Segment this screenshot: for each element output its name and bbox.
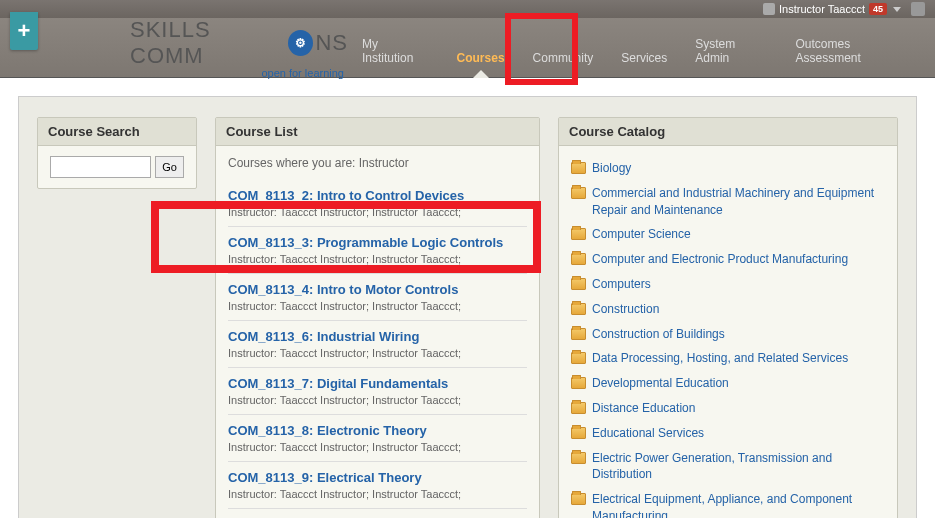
logo-text: SKILLS COMM ⚙ NS [130, 17, 348, 69]
folder-icon [571, 452, 586, 464]
course-meta: Instructor: Taaccct Instructor; Instruct… [228, 253, 527, 265]
logo-pre: SKILLS COMM [130, 17, 286, 69]
search-panel-title: Course Search [38, 118, 196, 146]
folder-icon [571, 328, 586, 340]
course-meta: Instructor: Taaccct Instructor; Instruct… [228, 300, 527, 312]
folder-icon [571, 377, 586, 389]
folder-icon [571, 427, 586, 439]
folder-icon [571, 162, 586, 174]
course-link[interactable]: COM_8113_6: Industrial Wiring [228, 329, 419, 344]
course-link[interactable]: COM_8113_7: Digital Fundamentals [228, 376, 448, 391]
course-list-intro: Courses where you are: Instructor [228, 156, 527, 170]
notification-badge: 45 [869, 3, 887, 15]
course-item: COM_8113_7: Digital FundamentalsInstruct… [228, 368, 527, 415]
add-button[interactable]: + [10, 12, 38, 50]
course-link[interactable]: COM_8113_2: Intro to Control Devices [228, 188, 464, 203]
course-meta: Instructor: Taaccct Instructor; Instruct… [228, 441, 527, 453]
folder-icon [571, 352, 586, 364]
folder-icon [571, 303, 586, 315]
catalog-link[interactable]: Commercial and Industrial Machinery and … [592, 185, 885, 219]
catalog-link[interactable]: Construction [592, 301, 659, 318]
catalog-item: Computer Science [571, 222, 885, 247]
course-item: COM_8113_2: Intro to Control DevicesInst… [228, 180, 527, 227]
course-meta: Instructor: Taaccct Instructor; Instruct… [228, 488, 527, 500]
catalog-item: Computer and Electronic Product Manufact… [571, 247, 885, 272]
course-item: CON_236_14: CAD 214-Introduction to Civi… [228, 509, 527, 518]
catalog-link[interactable]: Electrical Equipment, Appliance, and Com… [592, 491, 885, 518]
top-bar: Instructor Taaccct 45 [0, 0, 935, 18]
logout-icon[interactable] [911, 2, 925, 16]
content: Course Search Go Course List Courses whe… [18, 96, 917, 518]
folder-icon [571, 402, 586, 414]
main-nav: My Institution Courses Community Service… [348, 18, 935, 77]
nav-courses[interactable]: Courses [443, 51, 519, 77]
caret-down-icon [893, 7, 901, 12]
catalog-link[interactable]: Computer and Electronic Product Manufact… [592, 251, 848, 268]
catalog-item: Electrical Equipment, Appliance, and Com… [571, 487, 885, 518]
user-icon [763, 3, 775, 15]
nav-community[interactable]: Community [519, 51, 608, 77]
search-go-button[interactable]: Go [155, 156, 184, 178]
nav-outcomes[interactable]: Outcomes Assessment [781, 37, 925, 77]
catalog-link[interactable]: Developmental Education [592, 375, 729, 392]
course-link[interactable]: COM_8113_9: Electrical Theory [228, 470, 422, 485]
catalog-link[interactable]: Computer Science [592, 226, 691, 243]
catalog-link[interactable]: Data Processing, Hosting, and Related Se… [592, 350, 848, 367]
catalog-item: Commercial and Industrial Machinery and … [571, 181, 885, 223]
folder-icon [571, 253, 586, 265]
user-menu[interactable]: Instructor Taaccct 45 [763, 2, 925, 16]
folder-icon [571, 278, 586, 290]
catalog-title: Course Catalog [559, 118, 897, 146]
course-search-panel: Course Search Go [37, 117, 197, 189]
course-item: COM_8113_4: Intro to Motor ControlsInstr… [228, 274, 527, 321]
logo-gear-icon: ⚙ [288, 30, 313, 56]
catalog-link[interactable]: Electric Power Generation, Transmission … [592, 450, 885, 484]
course-item: COM_8113_6: Industrial WiringInstructor:… [228, 321, 527, 368]
course-link[interactable]: COM_8113_3: Programmable Logic Controls [228, 235, 503, 250]
course-link[interactable]: COM_8113_4: Intro to Motor Controls [228, 282, 458, 297]
search-input[interactable] [50, 156, 151, 178]
catalog-link[interactable]: Computers [592, 276, 651, 293]
catalog-item: Construction of Buildings [571, 322, 885, 347]
logo[interactable]: SKILLS COMM ⚙ NS open for learning [130, 17, 348, 79]
catalog-item: Educational Services [571, 421, 885, 446]
nav-my-institution[interactable]: My Institution [348, 37, 443, 77]
catalog-item: Developmental Education [571, 371, 885, 396]
catalog-item: Biology [571, 156, 885, 181]
course-link[interactable]: COM_8113_8: Electronic Theory [228, 423, 427, 438]
catalog-item: Distance Education [571, 396, 885, 421]
nav-services[interactable]: Services [607, 51, 681, 77]
course-meta: Instructor: Taaccct Instructor; Instruct… [228, 347, 527, 359]
logo-post: NS [315, 30, 348, 56]
course-item: COM_8113_3: Programmable Logic ControlsI… [228, 227, 527, 274]
catalog-link[interactable]: Distance Education [592, 400, 695, 417]
catalog-item: Construction [571, 297, 885, 322]
course-meta: Instructor: Taaccct Instructor; Instruct… [228, 394, 527, 406]
folder-icon [571, 228, 586, 240]
course-item: COM_8113_9: Electrical TheoryInstructor:… [228, 462, 527, 509]
catalog-link[interactable]: Educational Services [592, 425, 704, 442]
catalog-item: Computers [571, 272, 885, 297]
folder-icon [571, 493, 586, 505]
course-list-title: Course List [216, 118, 539, 146]
catalog-item: Electric Power Generation, Transmission … [571, 446, 885, 488]
course-catalog-panel: Course Catalog BiologyCommercial and Ind… [558, 117, 898, 518]
catalog-item: Data Processing, Hosting, and Related Se… [571, 346, 885, 371]
catalog-link[interactable]: Biology [592, 160, 631, 177]
course-list-panel: Course List Courses where you are: Instr… [215, 117, 540, 518]
catalog-link[interactable]: Construction of Buildings [592, 326, 725, 343]
nav-system-admin[interactable]: System Admin [681, 37, 781, 77]
username-label: Instructor Taaccct [779, 3, 865, 15]
course-item: COM_8113_8: Electronic TheoryInstructor:… [228, 415, 527, 462]
header: + SKILLS COMM ⚙ NS open for learning My … [0, 18, 935, 78]
logo-tagline: open for learning [130, 67, 348, 79]
course-meta: Instructor: Taaccct Instructor; Instruct… [228, 206, 527, 218]
folder-icon [571, 187, 586, 199]
